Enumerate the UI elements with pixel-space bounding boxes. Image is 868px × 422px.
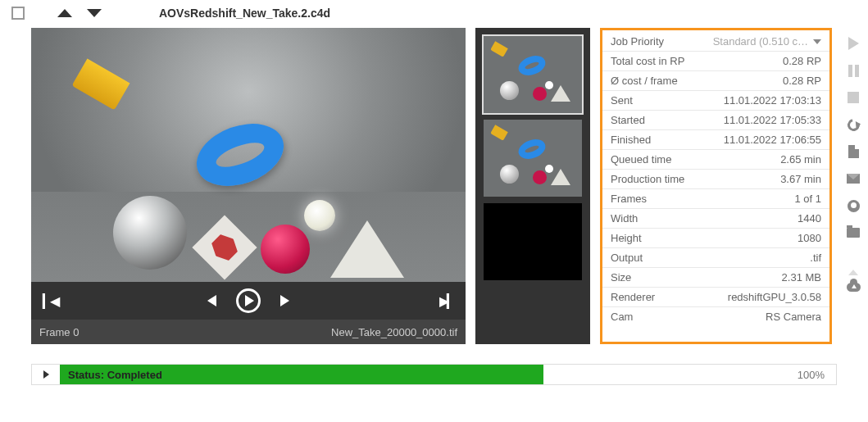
detail-value: 2.65 min [780, 153, 821, 166]
frame-filename: New_Take_20000_0000.tif [331, 326, 457, 338]
prev-frame-icon[interactable] [207, 295, 216, 306]
detail-row: Frames1 of 1 [602, 189, 829, 209]
preview-panel: ▎◀ ▶▎ Frame 0 New_Take_20000_0000.tif [31, 28, 466, 344]
detail-value: Standard (0.510 c… [713, 35, 821, 48]
detail-row: Queued time2.65 min [602, 150, 829, 170]
detail-key: Width [611, 212, 638, 225]
detail-row: CamRS Camera [602, 307, 829, 326]
detail-key: Finished [611, 134, 651, 146]
play-job-icon[interactable] [846, 36, 861, 51]
detail-key: Ø cost / frame [611, 75, 678, 87]
user-icon[interactable] [846, 198, 861, 213]
expand-status-icon[interactable] [32, 370, 60, 379]
chevron-up-icon[interactable] [846, 252, 861, 267]
playback-controls: ▎◀ ▶▎ [31, 282, 466, 320]
status-percent: 100% [770, 369, 836, 381]
detail-row: RendererredshiftGPU_3.0.58 [602, 288, 829, 307]
detail-row: Output.tif [602, 248, 829, 268]
detail-key: Cam [611, 311, 633, 323]
detail-key: Queued time [611, 153, 671, 166]
status-bar: Status: Completed 100% [31, 364, 837, 385]
detail-row: Started11.01.2022 17:05:33 [602, 111, 829, 130]
status-label: Status: Completed [68, 369, 162, 381]
skip-start-icon[interactable]: ▎◀ [43, 293, 57, 309]
thumbnail[interactable] [484, 120, 582, 197]
detail-key: Production time [611, 173, 684, 185]
chevron-down-icon[interactable] [813, 39, 821, 44]
stop-job-icon[interactable] [846, 90, 861, 105]
folder-icon[interactable] [846, 225, 861, 240]
job-details-panel: Job PriorityStandard (0.510 c… Total cos… [600, 28, 832, 344]
detail-key: Job Priority [611, 35, 664, 48]
document-icon[interactable] [846, 144, 861, 159]
status-progress: Status: Completed [60, 365, 770, 384]
select-checkbox[interactable] [11, 7, 25, 20]
detail-value: 2.31 MB [782, 271, 821, 284]
next-frame-icon[interactable] [280, 295, 289, 306]
detail-row: Sent11.01.2022 17:03:13 [602, 91, 829, 111]
detail-value: 11.01.2022 17:06:55 [724, 134, 821, 146]
thumbnail[interactable] [484, 203, 582, 280]
detail-key: Renderer [611, 291, 655, 303]
thumbnail-strip [475, 28, 590, 344]
frame-label: Frame 0 [39, 326, 79, 338]
detail-key: Sent [611, 94, 633, 107]
detail-key: Frames [611, 193, 647, 205]
detail-value: 1440 [798, 212, 821, 225]
move-up-icon[interactable] [57, 9, 72, 17]
detail-value: RS Camera [766, 311, 821, 323]
render-preview[interactable] [31, 28, 466, 282]
detail-row[interactable]: Job PriorityStandard (0.510 c… [602, 32, 829, 52]
detail-value: 11.01.2022 17:05:33 [724, 114, 821, 126]
detail-row: Ø cost / frame0.28 RP [602, 71, 829, 91]
pause-job-icon[interactable] [846, 63, 861, 78]
play-icon[interactable] [236, 288, 261, 313]
reload-icon[interactable] [846, 117, 861, 132]
frame-info-bar: Frame 0 New_Take_20000_0000.tif [31, 320, 466, 344]
detail-row: Height1080 [602, 229, 829, 248]
detail-row: Total cost in RP0.28 RP [602, 52, 829, 71]
detail-value: 1080 [798, 232, 821, 244]
thumbnail[interactable] [484, 36, 582, 113]
job-title: AOVsRedshift_New_Take.2.c4d [159, 7, 330, 20]
detail-value: 3.67 min [780, 173, 821, 185]
detail-value: .tif [810, 252, 821, 264]
download-icon[interactable] [846, 279, 861, 294]
detail-key: Started [611, 114, 645, 126]
detail-key: Output [611, 252, 643, 264]
detail-row: Production time3.67 min [602, 170, 829, 189]
detail-key: Total cost in RP [611, 55, 684, 67]
detail-row: Width1440 [602, 209, 829, 229]
detail-key: Height [611, 232, 642, 244]
detail-row: Size2.31 MB [602, 268, 829, 288]
detail-row: Finished11.01.2022 17:06:55 [602, 130, 829, 150]
detail-value: redshiftGPU_3.0.58 [728, 291, 821, 303]
detail-value: 0.28 RP [783, 75, 821, 87]
mail-icon[interactable] [846, 171, 861, 186]
action-sidebar [842, 28, 865, 344]
detail-key: Size [611, 271, 631, 284]
detail-value: 1 of 1 [794, 193, 821, 205]
move-down-icon[interactable] [87, 9, 102, 17]
detail-value: 11.01.2022 17:03:13 [724, 94, 821, 107]
detail-value: 0.28 RP [783, 55, 821, 67]
skip-end-icon[interactable]: ▶▎ [439, 293, 454, 309]
